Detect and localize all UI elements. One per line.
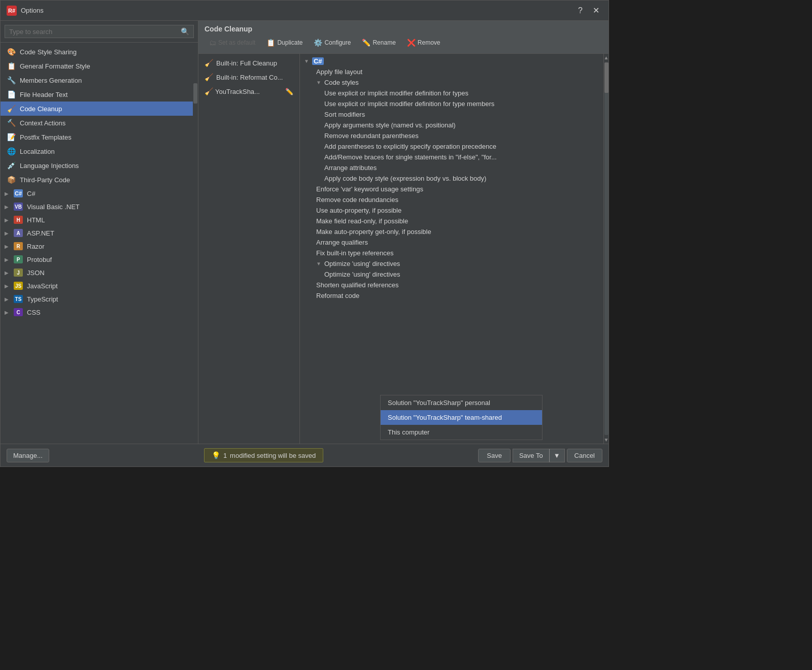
tree-item-modifier-members[interactable]: Use explicit or implicit modifier defini… bbox=[300, 98, 603, 109]
tree-item-use-auto-property[interactable]: Use auto-property, if possible bbox=[300, 205, 603, 216]
sidebar-label-code-cleanup: Code Cleanup bbox=[20, 105, 62, 113]
apply-file-layout-label: Apply file layout bbox=[316, 68, 362, 76]
tree-item-code-styles[interactable]: ▼ Code styles bbox=[300, 77, 603, 88]
save-to-dropdown-arrow[interactable]: ▼ bbox=[549, 449, 565, 462]
sidebar-item-language-injections[interactable]: 💉 Language Injections bbox=[1, 158, 193, 173]
tree-item-optimize-using-directive[interactable]: Optimize 'using' directives bbox=[300, 269, 603, 280]
sidebar-item-razor[interactable]: ▶ R Razor bbox=[1, 240, 193, 253]
remove-button[interactable]: ❌ Remove bbox=[402, 36, 445, 49]
dropdown-item-personal[interactable]: Solution "YouTrackSharp" personal bbox=[381, 395, 542, 410]
manage-button[interactable]: Manage... bbox=[7, 449, 49, 462]
sidebar-item-code-style-sharing[interactable]: 🎨 Code Style Sharing bbox=[1, 45, 193, 59]
scroll-up-button[interactable]: ▲ bbox=[604, 55, 608, 60]
tree-item-arrange-qualifiers[interactable]: Arrange qualifiers bbox=[300, 237, 603, 248]
enforce-var-label: Enforce 'var' keyword usage settings bbox=[316, 185, 423, 193]
sidebar-item-third-party-code[interactable]: 📦 Third-Party Code bbox=[1, 173, 193, 187]
close-button[interactable]: ✕ bbox=[590, 5, 602, 16]
profile-builtin-full[interactable]: 🧹 Built-in: Full Cleanup bbox=[198, 56, 299, 70]
sidebar-item-protobuf[interactable]: ▶ P Protobuf bbox=[1, 253, 193, 266]
bottom-bar: Manage... 💡 1 modified setting will be s… bbox=[1, 444, 608, 466]
sidebar-item-postfix-templates[interactable]: 📝 Postfix Templates bbox=[1, 130, 193, 144]
general-formatter-icon: 📋 bbox=[7, 61, 16, 71]
tree-item-apply-file-layout[interactable]: Apply file layout bbox=[300, 66, 603, 77]
tree-item-optimize-using-group[interactable]: ▼ Optimize 'using' directives bbox=[300, 258, 603, 269]
sidebar-item-file-header-text[interactable]: 📄 File Header Text bbox=[1, 87, 193, 102]
cancel-button[interactable]: Cancel bbox=[567, 449, 602, 462]
scroll-thumb[interactable] bbox=[604, 62, 608, 93]
app-icon: R# bbox=[7, 6, 17, 16]
sidebar-item-aspnet[interactable]: ▶ A ASP.NET bbox=[1, 226, 193, 240]
notification-icon: 💡 bbox=[212, 451, 220, 459]
sidebar-scroll-area: 🎨 Code Style Sharing 📋 General Formatter… bbox=[1, 43, 198, 444]
set-as-default-button[interactable]: 🗂 Set as default bbox=[205, 36, 260, 49]
sidebar-label-javascript: JavaScript bbox=[27, 282, 58, 290]
tree-item-remove-code-redundancies[interactable]: Remove code redundancies bbox=[300, 194, 603, 205]
sidebar-item-localization[interactable]: 🌐 Localization bbox=[1, 144, 193, 158]
tree-item-make-auto-property-getonly[interactable]: Make auto-property get-only, if possible bbox=[300, 226, 603, 237]
builtin-full-label: Built-in: Full Cleanup bbox=[216, 59, 277, 67]
configure-button[interactable]: ⚙️ Configure bbox=[309, 36, 355, 49]
sidebar-scroll-thumb[interactable] bbox=[193, 83, 197, 104]
main-content: 🔍 🎨 Code Style Sharing 📋 General Formatt… bbox=[1, 21, 608, 444]
csharp-section-label: C# bbox=[312, 57, 324, 65]
tree-item-reformat-code[interactable]: Reformat code bbox=[300, 290, 603, 301]
profile-builtin-reformat[interactable]: 🧹 Built-in: Reformat Co... bbox=[198, 70, 299, 84]
save-to-main-button[interactable]: Save To bbox=[513, 449, 549, 462]
right-scrollbar[interactable]: ▲ ▼ bbox=[603, 54, 608, 444]
js-expand-arrow: ▶ bbox=[5, 283, 9, 289]
html-expand-arrow: ▶ bbox=[5, 217, 9, 223]
tree-item-add-remove-braces[interactable]: Add/Remove braces for single statements … bbox=[300, 152, 603, 162]
sidebar-item-code-cleanup[interactable]: 🧹 Code Cleanup bbox=[1, 102, 193, 116]
profile-youtrack[interactable]: 🧹 YouTrackSha... ✏️ bbox=[198, 84, 299, 98]
search-input[interactable] bbox=[9, 28, 181, 36]
tree-item-add-parens[interactable]: Add parentheses to explicitly specify op… bbox=[300, 141, 603, 152]
ts-icon: TS bbox=[14, 295, 23, 303]
tree-item-modifier-types[interactable]: Use explicit or implicit modifier defini… bbox=[300, 88, 603, 98]
scroll-down-button[interactable]: ▼ bbox=[604, 437, 608, 443]
optimize-using-group-label: Optimize 'using' directives bbox=[324, 260, 400, 267]
configure-label: Configure bbox=[324, 39, 351, 46]
sidebar-item-vb-net[interactable]: ▶ VB Visual Basic .NET bbox=[1, 200, 193, 213]
sidebar-item-general-formatter[interactable]: 📋 General Formatter Style bbox=[1, 59, 193, 73]
dropdown-item-computer[interactable]: This computer bbox=[381, 425, 542, 440]
titlebar: R# Options ? ✕ bbox=[1, 1, 608, 21]
sidebar-label-third-party-code: Third-Party Code bbox=[20, 176, 70, 184]
sidebar-list: 🎨 Code Style Sharing 📋 General Formatter… bbox=[1, 43, 193, 444]
search-row[interactable]: 🔍 bbox=[5, 25, 194, 38]
sidebar-item-json[interactable]: ▶ J JSON bbox=[1, 266, 193, 279]
sidebar-item-typescript[interactable]: ▶ TS TypeScript bbox=[1, 292, 193, 306]
sidebar-item-members-generation[interactable]: 🔧 Members Generation bbox=[1, 73, 193, 87]
json-icon: J bbox=[14, 269, 23, 277]
tree-item-sort-modifiers[interactable]: Sort modifiers bbox=[300, 109, 603, 120]
tree-item-enforce-var[interactable]: Enforce 'var' keyword usage settings bbox=[300, 184, 603, 194]
csharp-section-arrow: ▼ bbox=[304, 58, 309, 64]
save-button[interactable]: Save bbox=[478, 449, 511, 462]
help-button[interactable]: ? bbox=[575, 5, 586, 16]
sidebar-item-context-actions[interactable]: 🔨 Context Actions bbox=[1, 116, 193, 130]
tree-item-shorten-qualified-refs[interactable]: Shorten qualified references bbox=[300, 280, 603, 290]
dropdown-item-team-shared[interactable]: Solution "YouTrackSharp" team-shared bbox=[381, 410, 542, 425]
tree-item-apply-code-body-style[interactable]: Apply code body style (expression body v… bbox=[300, 173, 603, 184]
tree-item-make-field-readonly[interactable]: Make field read-only, if possible bbox=[300, 216, 603, 226]
youtrack-edit-icon[interactable]: ✏️ bbox=[285, 88, 293, 95]
builtin-full-icon: 🧹 bbox=[205, 59, 213, 67]
optimize-using-arrow: ▼ bbox=[316, 261, 321, 266]
sidebar-scrollbar[interactable] bbox=[193, 43, 198, 444]
tree-item-fix-builtin-type-refs[interactable]: Fix built-in type references bbox=[300, 248, 603, 258]
sidebar-label-members-generation: Members Generation bbox=[20, 77, 82, 84]
tree-item-arrange-attributes[interactable]: Arrange attributes bbox=[300, 162, 603, 173]
sidebar-label-vb-net: Visual Basic .NET bbox=[27, 203, 80, 211]
scroll-track[interactable] bbox=[604, 62, 608, 435]
sidebar-item-css[interactable]: ▶ C CSS bbox=[1, 306, 193, 319]
sidebar-item-html[interactable]: ▶ H HTML bbox=[1, 213, 193, 226]
rename-button[interactable]: ✏️ Rename bbox=[357, 36, 400, 49]
options-dialog: R# Options ? ✕ 🔍 🎨 bbox=[0, 0, 609, 467]
tree-item-remove-redundant-parens[interactable]: Remove redundant parentheses bbox=[300, 130, 603, 141]
duplicate-button[interactable]: 📋 Duplicate bbox=[262, 36, 307, 49]
tree-item-apply-arguments-style[interactable]: Apply arguments style (named vs. positio… bbox=[300, 120, 603, 130]
tree-section-csharp[interactable]: ▼ C# bbox=[300, 56, 603, 66]
sidebar-item-csharp[interactable]: ▶ C# C# bbox=[1, 187, 193, 200]
action-buttons: Save Save To ▼ Cancel bbox=[478, 449, 602, 462]
sidebar-item-javascript[interactable]: ▶ JS JavaScript bbox=[1, 279, 193, 292]
apply-code-body-style-label: Apply code body style (expression body v… bbox=[324, 175, 486, 182]
